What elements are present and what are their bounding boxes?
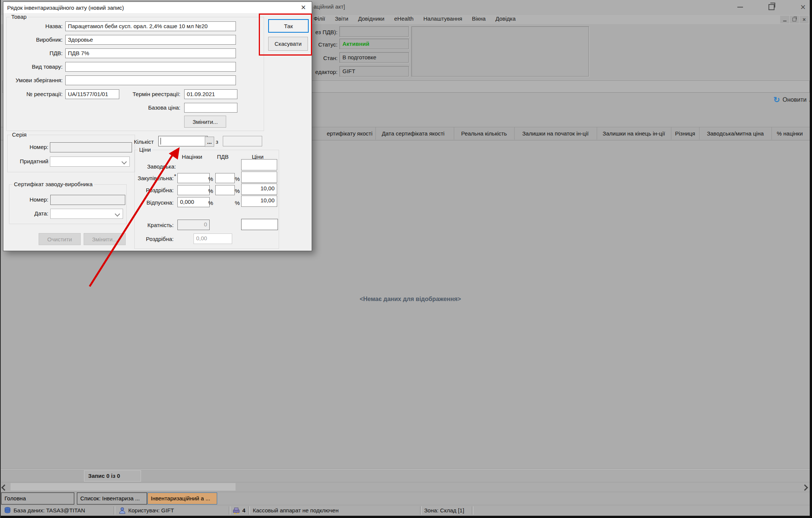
dialog-close-button[interactable]: × <box>295 2 312 13</box>
main-window-title: аційний акт] <box>314 3 345 10</box>
status-value-field: Активний <box>339 39 409 49</box>
statusbar-separator <box>114 506 115 515</box>
column-header-markup-percent[interactable]: % націнки <box>771 127 812 140</box>
column-header-difference[interactable]: Різниця <box>671 127 699 140</box>
menu-item-vikna[interactable]: Вікна <box>472 15 486 22</box>
menu-item-filii[interactable]: Філії <box>314 15 325 22</box>
scroll-right-button[interactable] <box>803 485 807 491</box>
menu-items: Філії Звіти Довідники eHealth Налаштуван… <box>314 15 516 22</box>
menu-item-dovidka[interactable]: Довідка <box>495 15 516 22</box>
retail-markup-field[interactable] <box>177 185 210 195</box>
retail-price-field[interactable]: 10,00 <box>241 184 277 195</box>
product-change-button[interactable]: Змінити... <box>184 116 226 128</box>
database-status: База даних: TASA3@TITAN <box>14 507 85 513</box>
registration-term-field[interactable]: 01.09.2021 <box>184 89 237 99</box>
percent-sign: % <box>235 188 240 194</box>
storage-conditions-field[interactable] <box>65 75 236 85</box>
menu-item-dovidnyky[interactable]: Довідники <box>358 15 384 22</box>
certificate-number-label: Номер: <box>11 196 48 203</box>
mdi-minimize-button[interactable] <box>780 16 789 23</box>
restore-button[interactable] <box>766 2 777 12</box>
refresh-button[interactable]: ↻ Оновити ▾ <box>755 94 811 106</box>
purchase-vat-field[interactable] <box>215 173 235 183</box>
mdi-restore-button[interactable] <box>790 16 799 23</box>
scrollbar-thumb[interactable] <box>11 483 236 491</box>
product-kind-label: Вид товару: <box>11 63 63 70</box>
series-group: Серія <box>7 135 135 172</box>
quantity-more-button[interactable]: ... <box>205 137 214 147</box>
manufacturer-field[interactable]: Здоровье <box>65 35 236 45</box>
name-field[interactable]: Парацетамол беби сусп. орал. 2,4% саше 1… <box>65 21 236 31</box>
statusbar-separator <box>420 506 422 515</box>
editor-value-field: GIFT <box>339 66 409 77</box>
storage-conditions-label: Умови зберігання: <box>6 77 63 83</box>
quantity-total-field <box>223 136 262 146</box>
base-price-label: Базова ціна: <box>127 104 180 111</box>
tab-inventaryzatsiinyi-akt[interactable]: Інвентаризаційний а ... <box>147 492 217 504</box>
series-valid-label: Придатний <box>11 158 48 164</box>
series-group-label: Серія <box>11 131 28 138</box>
column-header-factory-price[interactable]: Заводська/митна ціна <box>699 127 772 140</box>
device-count: 4 <box>242 507 245 513</box>
chevron-down-icon <box>115 211 120 217</box>
percent-sign: % <box>208 200 213 206</box>
retail2-field: 0,00 <box>194 233 232 244</box>
text-caret <box>161 138 161 145</box>
column-header-end-balance[interactable]: Залишки на кінець ін-ції <box>597 127 671 140</box>
tab-holovna[interactable]: Головна <box>1 492 74 504</box>
prices-group-label: Ціни <box>138 146 152 153</box>
menu-item-ehealth[interactable]: eHealth <box>394 15 414 22</box>
purchase-markup-field[interactable] <box>177 173 210 183</box>
column-header-real-quantity[interactable]: Реальна кількість <box>454 127 515 140</box>
mdi-restore-icon <box>792 18 796 21</box>
percent-sign: % <box>235 200 240 206</box>
purchase-price-field[interactable] <box>241 172 277 183</box>
column-header-start-balance[interactable]: Залишки на початок ін-ції <box>514 127 597 140</box>
column-header-certificate-date[interactable]: Дата сертифіката якості <box>372 127 454 140</box>
empty-table-message: <Немає даних для відображення> <box>360 296 461 303</box>
minimize-button[interactable] <box>734 2 746 12</box>
extra-price-field[interactable] <box>241 219 278 230</box>
close-button[interactable]: × <box>797 2 809 12</box>
percent-sign: % <box>208 176 213 182</box>
registration-term-label: Термін реестрації: <box>127 91 180 97</box>
quantity-input[interactable] <box>158 136 208 146</box>
certificate-date-label: Дата: <box>11 210 48 217</box>
minimize-icon <box>737 7 743 8</box>
database-icon <box>4 507 11 514</box>
user-status: Користувач: GIFT <box>128 507 174 513</box>
retail-vat-field[interactable] <box>215 185 235 195</box>
required-mark: * <box>174 173 177 179</box>
annotation-highlight-box <box>259 14 312 56</box>
base-price-field[interactable] <box>184 103 237 113</box>
vat-field[interactable]: ПДВ 7% <box>65 48 236 58</box>
retail-price-label: Роздрібна: <box>138 187 174 193</box>
horizontal-scrollbar[interactable] <box>0 482 812 492</box>
factory-price-field[interactable] <box>241 159 277 170</box>
certificate-group-label: Сертифікат заводу-виробника <box>12 181 94 187</box>
registration-number-label: № реестрації: <box>11 91 63 97</box>
release-markup-field[interactable]: 0,000 <box>177 197 210 207</box>
series-valid-combobox[interactable] <box>50 157 130 167</box>
user-icon <box>119 507 126 514</box>
menu-item-zvity[interactable]: Звіти <box>335 15 348 22</box>
tab-spysok-inventaryzatsiia[interactable]: Список: Інвентариза ... <box>77 492 147 504</box>
cash-register-icon <box>233 507 240 514</box>
certificate-date-combobox[interactable] <box>50 209 123 219</box>
close-icon: × <box>800 3 806 11</box>
release-price-field[interactable]: 10,00 <box>241 196 277 207</box>
dialog-titlebar[interactable]: Рядок інвентаризаційного акту (новий зап… <box>3 2 312 13</box>
menu-item-nalashtuvannia[interactable]: Налаштування <box>423 15 462 22</box>
mdi-close-button[interactable]: × <box>800 16 809 23</box>
quantity-label: Кількіст <box>134 139 161 145</box>
mdi-minimize-icon <box>783 21 786 21</box>
scroll-right-icon <box>802 485 808 491</box>
scroll-left-button[interactable] <box>2 485 7 491</box>
refresh-icon: ↻ <box>773 96 780 104</box>
product-kind-field[interactable] <box>65 62 236 72</box>
release-price-label: Відпускна: <box>138 199 174 206</box>
certificate-change-button: Змінити... <box>84 233 126 245</box>
registration-number-field[interactable]: UA/11577/01/01 <box>65 89 119 99</box>
product-group-label: Товар <box>10 14 28 20</box>
purchase-price-label: Закупівельна: <box>135 175 174 181</box>
